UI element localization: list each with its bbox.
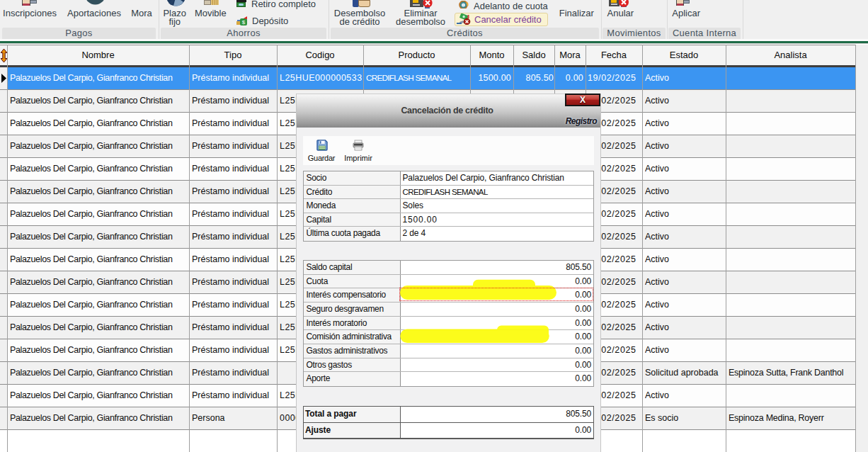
svg-text:$: $	[242, 19, 246, 26]
